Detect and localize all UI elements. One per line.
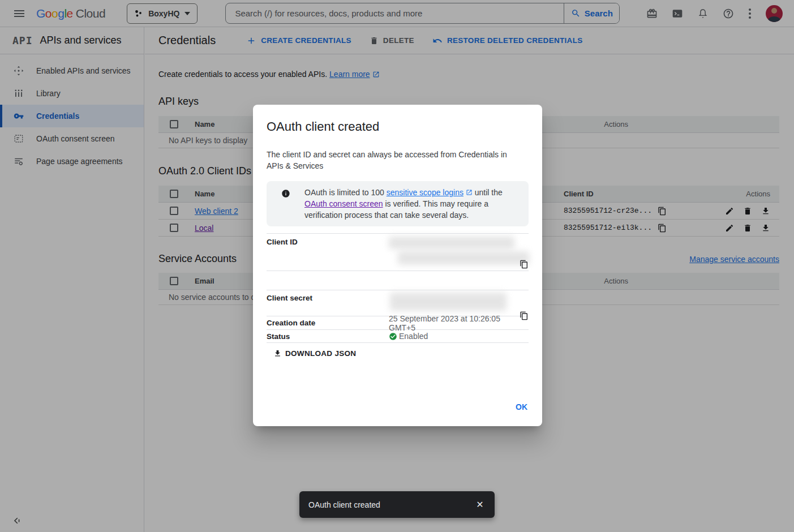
download-json-button[interactable]: DOWNLOAD JSON bbox=[273, 349, 356, 358]
toast-snackbar: OAuth client created ✕ bbox=[299, 491, 495, 518]
status-row: Status Enabled bbox=[267, 329, 529, 343]
client-secret-row: Client secret bbox=[267, 290, 529, 316]
status-value: Enabled bbox=[389, 332, 529, 341]
creation-date-label: Creation date bbox=[267, 319, 389, 327]
client-secret-label: Client secret bbox=[267, 294, 389, 316]
notice-mid: until the bbox=[473, 188, 503, 197]
client-secret-value-redacted bbox=[389, 294, 529, 316]
status-label: Status bbox=[267, 332, 389, 341]
client-id-label: Client ID bbox=[267, 238, 389, 271]
toast-message: OAuth client created bbox=[308, 500, 380, 509]
download-json-label: DOWNLOAD JSON bbox=[285, 349, 356, 358]
external-link-icon bbox=[466, 189, 473, 196]
spacer-row bbox=[267, 271, 529, 290]
notice-box: OAuth is limited to 100 sensitive scope … bbox=[267, 181, 529, 226]
download-icon bbox=[273, 349, 282, 358]
dialog-detail-table: Client ID Client secret Creation date 25… bbox=[267, 233, 529, 343]
creation-date-row: Creation date 25 September 2023 at 10:26… bbox=[267, 316, 529, 329]
redacted-value-blur bbox=[390, 293, 507, 311]
check-circle-icon bbox=[389, 332, 397, 341]
client-id-value-redacted bbox=[389, 238, 529, 271]
notice-pre: OAuth is limited to 100 bbox=[304, 188, 387, 197]
copy-icon[interactable] bbox=[520, 260, 529, 269]
oauth-consent-screen-link[interactable]: OAuth consent screen bbox=[304, 199, 383, 208]
redacted-value-blur bbox=[398, 251, 529, 265]
redacted-value-blur bbox=[389, 237, 514, 249]
dialog-description: The client ID and secret can always be a… bbox=[267, 149, 518, 171]
notice-text: OAuth is limited to 100 sensitive scope … bbox=[304, 187, 529, 221]
dialog-title: OAuth client created bbox=[267, 119, 529, 134]
oauth-client-created-dialog: OAuth client created The client ID and s… bbox=[253, 105, 542, 426]
creation-date-value: 25 September 2023 at 10:26:05 GMT+5 bbox=[389, 314, 529, 332]
client-id-row: Client ID bbox=[267, 233, 529, 271]
ok-button[interactable]: OK bbox=[516, 402, 527, 411]
sensitive-scope-logins-link[interactable]: sensitive scope logins bbox=[387, 188, 463, 197]
status-text: Enabled bbox=[399, 332, 428, 341]
info-icon bbox=[281, 189, 290, 198]
close-icon[interactable]: ✕ bbox=[470, 495, 490, 515]
